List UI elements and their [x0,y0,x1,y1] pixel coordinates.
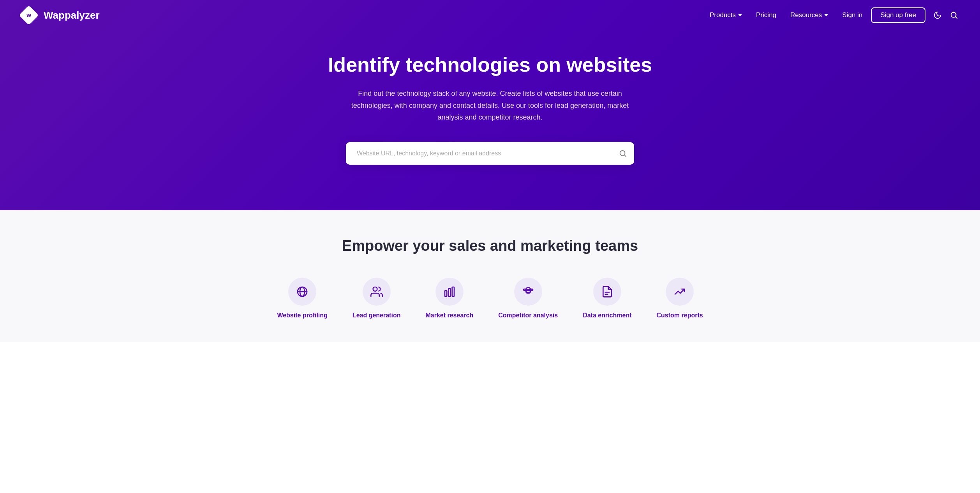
brand-name: Wappalyzer [44,9,100,21]
svg-text:w: w [26,12,31,18]
hero-subtitle: Find out the technology stack of any web… [346,88,634,123]
svg-rect-12 [452,287,454,296]
svg-rect-18 [525,290,531,291]
nav-products[interactable]: Products [704,8,747,22]
competitor-analysis-label: Competitor analysis [498,312,558,319]
hero-section: Identify technologies on websites Find o… [0,0,980,210]
moon-icon [933,11,942,19]
svg-line-3 [955,17,957,18]
custom-reports-icon-circle [666,278,694,306]
spy-icon [522,285,534,298]
navbar: w Wappalyzer Products Pricing Resources … [0,0,980,30]
users-icon [370,285,383,298]
hero-title: Identify technologies on websites [328,53,652,77]
feature-data-enrichment[interactable]: Data enrichment [570,278,644,319]
feature-competitor-analysis[interactable]: Competitor analysis [486,278,570,319]
features-row: Website profiling Lead generation [19,278,961,319]
lead-generation-label: Lead generation [353,312,401,319]
svg-line-5 [624,155,626,157]
svg-rect-10 [445,291,447,296]
nav-pricing[interactable]: Pricing [751,8,782,22]
lead-generation-icon-circle [363,278,391,306]
search-nav-icon [950,11,958,19]
nav-signin[interactable]: Sign in [837,8,868,22]
search-submit-icon [619,149,627,158]
search-nav-button[interactable] [947,8,961,23]
feature-market-research[interactable]: Market research [413,278,486,319]
search-submit-button[interactable] [619,149,627,158]
products-chevron-icon [738,14,742,16]
feature-custom-reports[interactable]: Custom reports [644,278,716,319]
nav-signup-button[interactable]: Sign up free [871,7,925,23]
nav-resources[interactable]: Resources [785,8,834,22]
dark-mode-button[interactable] [930,8,945,23]
svg-rect-11 [448,289,450,296]
resources-chevron-icon [824,14,828,16]
search-input[interactable] [346,142,634,165]
market-research-icon-circle [435,278,464,306]
bar-chart-icon [443,285,456,298]
website-profiling-label: Website profiling [277,312,327,319]
market-research-label: Market research [425,312,473,319]
section-title: Empower your sales and marketing teams [19,238,961,254]
document-icon [601,285,613,298]
search-bar-container [346,142,634,165]
features-section: Empower your sales and marketing teams W… [0,210,980,342]
nav-links: Products Pricing Resources Sign in Sign … [704,7,925,23]
logo-icon: w [19,5,39,25]
feature-lead-generation[interactable]: Lead generation [340,278,413,319]
custom-reports-label: Custom reports [657,312,703,319]
svg-point-9 [373,287,377,291]
feature-website-profiling[interactable]: Website profiling [264,278,340,319]
globe-icon [296,285,308,298]
website-profiling-icon-circle [288,278,316,306]
trend-icon [673,285,686,298]
logo-link[interactable]: w Wappalyzer [19,5,100,25]
data-enrichment-label: Data enrichment [583,312,631,319]
competitor-analysis-icon-circle [514,278,542,306]
data-enrichment-icon-circle [593,278,621,306]
